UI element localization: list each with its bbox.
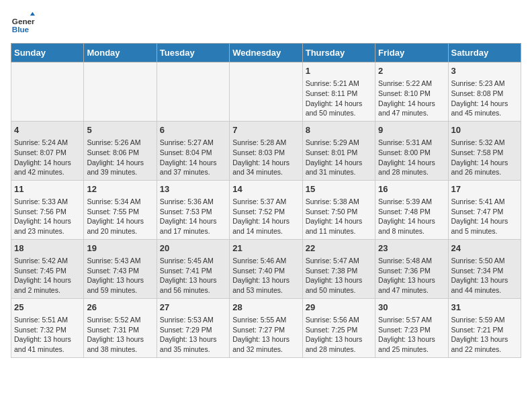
calendar-header-row: SundayMondayTuesdayWednesdayThursdayFrid… [11,44,521,62]
day-info: Sunset: 7:25 PM [306,325,372,335]
day-header-tuesday: Tuesday [157,44,229,62]
day-number: 6 [160,124,226,136]
day-info: Sunrise: 5:55 AM [232,315,299,325]
day-info: Sunrise: 5:27 AM [160,138,226,148]
day-info: Sunrise: 5:22 AM [378,79,445,89]
day-cell: 16Sunrise: 5:39 AMSunset: 7:48 PMDayligh… [375,180,448,239]
day-info: Sunrise: 5:51 AM [14,315,81,325]
day-number: 28 [232,302,299,314]
day-info: and 47 minutes. [378,108,445,118]
day-info: Daylight: 14 hours [378,99,445,109]
day-number: 20 [160,242,226,255]
day-info: Sunrise: 5:46 AM [232,256,299,266]
day-number: 10 [451,124,518,136]
day-cell: 13Sunrise: 5:36 AMSunset: 7:53 PMDayligh… [157,180,229,239]
day-info: Sunset: 7:52 PM [232,207,299,217]
day-number: 26 [87,302,153,314]
day-number: 5 [87,124,153,136]
day-cell: 29Sunrise: 5:56 AMSunset: 7:25 PMDayligh… [302,298,375,357]
day-info: and 45 minutes. [451,108,518,118]
day-info: Sunset: 7:53 PM [160,207,226,217]
day-info: Daylight: 13 hours [378,275,445,285]
day-info: Daylight: 14 hours [14,158,81,168]
day-info: Sunrise: 5:23 AM [451,79,518,89]
day-info: Sunset: 7:47 PM [451,207,518,217]
day-info: Sunset: 7:48 PM [378,207,445,217]
day-info: Daylight: 14 hours [451,99,518,109]
logo: General Blue [11,11,35,35]
day-cell: 7Sunrise: 5:28 AMSunset: 8:03 PMDaylight… [230,121,302,180]
day-info: Daylight: 14 hours [87,158,153,168]
day-cell: 27Sunrise: 5:53 AMSunset: 7:29 PMDayligh… [157,298,229,357]
day-info: Daylight: 13 hours [160,275,226,285]
day-info: Daylight: 13 hours [160,334,226,345]
week-row-1: 1Sunrise: 5:21 AMSunset: 8:11 PMDaylight… [11,62,521,122]
calendar-table: SundayMondayTuesdayWednesdayThursdayFrid… [11,43,521,358]
week-row-2: 4Sunrise: 5:24 AMSunset: 8:07 PMDaylight… [11,121,521,180]
day-info: and 34 minutes. [232,167,299,177]
day-info: Sunset: 8:01 PM [306,148,372,158]
day-number: 31 [451,302,518,314]
day-cell [157,62,229,122]
day-info: Sunset: 7:31 PM [87,325,153,335]
day-info: Sunset: 7:38 PM [306,266,372,276]
day-number: 11 [14,183,81,195]
day-number: 22 [306,242,372,255]
day-info: and 50 minutes. [306,285,372,295]
day-number: 24 [451,242,518,255]
day-cell: 8Sunrise: 5:29 AMSunset: 8:01 PMDaylight… [302,121,375,180]
day-info: Sunset: 7:29 PM [160,325,226,335]
day-info: Sunrise: 5:38 AM [306,197,372,207]
day-cell: 22Sunrise: 5:47 AMSunset: 7:38 PMDayligh… [302,239,375,298]
day-cell: 31Sunrise: 5:59 AMSunset: 7:21 PMDayligh… [448,298,521,357]
day-info: Daylight: 13 hours [14,334,81,345]
day-info: and 14 minutes. [232,226,299,236]
day-info: Daylight: 13 hours [451,334,518,345]
day-info: and 53 minutes. [232,285,299,295]
day-cell: 26Sunrise: 5:52 AMSunset: 7:31 PMDayligh… [84,298,157,357]
day-cell: 11Sunrise: 5:33 AMSunset: 7:56 PMDayligh… [11,180,84,239]
day-number: 4 [14,124,81,136]
day-cell: 17Sunrise: 5:41 AMSunset: 7:47 PMDayligh… [448,180,521,239]
day-info: and 39 minutes. [87,167,153,177]
day-cell: 19Sunrise: 5:43 AMSunset: 7:43 PMDayligh… [84,239,157,298]
day-info: Sunrise: 5:29 AM [306,138,372,148]
day-info: Sunrise: 5:31 AM [378,138,445,148]
day-number: 9 [378,124,445,136]
day-cell: 25Sunrise: 5:51 AMSunset: 7:32 PMDayligh… [11,298,84,357]
day-info: Daylight: 14 hours [378,158,445,168]
day-info: Sunset: 8:03 PM [232,148,299,158]
day-number: 29 [306,302,372,314]
day-number: 3 [451,65,518,77]
day-info: Daylight: 14 hours [306,99,372,109]
day-info: Daylight: 14 hours [14,216,81,226]
day-info: Sunset: 7:56 PM [14,207,81,217]
day-info: Sunrise: 5:56 AM [306,315,372,325]
day-info: Daylight: 14 hours [160,216,226,226]
day-number: 23 [378,242,445,255]
day-info: and 23 minutes. [14,226,81,236]
page-header: General Blue [11,11,521,35]
day-header-sunday: Sunday [11,44,84,62]
day-header-thursday: Thursday [302,44,375,62]
week-row-4: 18Sunrise: 5:42 AMSunset: 7:45 PMDayligh… [11,239,521,298]
day-number: 15 [306,183,372,195]
day-cell: 14Sunrise: 5:37 AMSunset: 7:52 PMDayligh… [230,180,302,239]
day-info: Sunset: 8:11 PM [306,89,372,99]
day-info: Sunrise: 5:32 AM [451,138,518,148]
day-header-monday: Monday [84,44,157,62]
day-info: and 44 minutes. [451,285,518,295]
day-cell: 9Sunrise: 5:31 AMSunset: 8:00 PMDaylight… [375,121,448,180]
day-info: Daylight: 14 hours [451,216,518,226]
day-info: Sunset: 7:58 PM [451,148,518,158]
day-header-saturday: Saturday [448,44,521,62]
day-info: and 37 minutes. [160,167,226,177]
day-number: 17 [451,183,518,195]
day-info: and 2 minutes. [14,285,81,295]
day-cell: 4Sunrise: 5:24 AMSunset: 8:07 PMDaylight… [11,121,84,180]
day-info: Sunrise: 5:53 AM [160,315,226,325]
day-number: 21 [232,242,299,255]
day-info: Daylight: 14 hours [306,216,372,226]
day-cell: 6Sunrise: 5:27 AMSunset: 8:04 PMDaylight… [157,121,229,180]
day-info: Sunset: 7:21 PM [451,325,518,335]
